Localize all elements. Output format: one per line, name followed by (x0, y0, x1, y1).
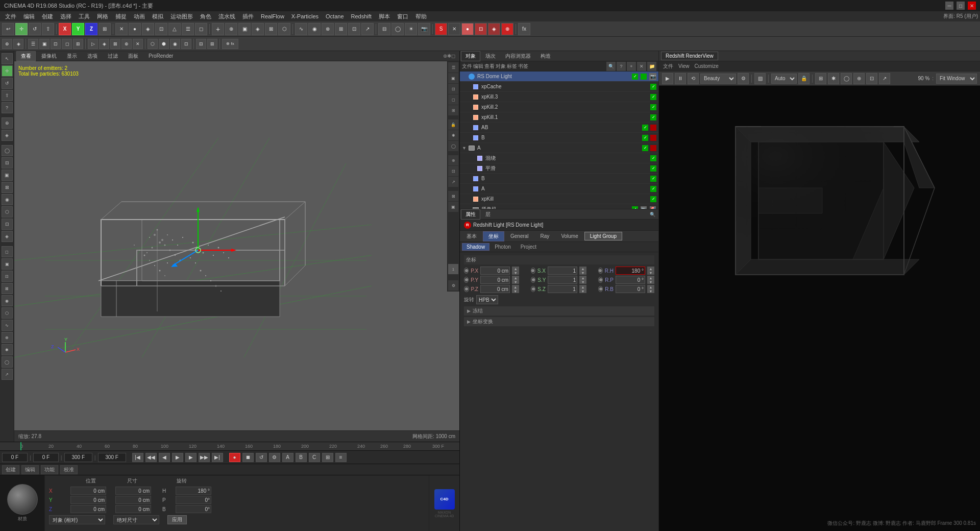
rv-crop-btn[interactable]: ▧ (754, 73, 766, 84)
xpcache-vis[interactable]: ✓ (650, 84, 656, 90)
from-frame-input[interactable] (33, 453, 59, 462)
vp-rt-8[interactable]: ◯ (448, 141, 458, 151)
tb-y[interactable]: Y (72, 23, 84, 35)
pst-project[interactable]: Project (516, 243, 541, 251)
xpkill3-vis[interactable]: ✓ (650, 94, 656, 100)
cam-icon2[interactable]: 🎯 (650, 206, 656, 209)
vp-rt-12[interactable]: ⊠ (448, 191, 458, 201)
scene-item-rs-dome-light[interactable]: RS Dome Light ✓ 📷 (460, 71, 658, 82)
tc-btn-b[interactable]: B (296, 453, 307, 462)
tb2-view3[interactable]: ⊡ (51, 39, 61, 49)
pst-shadow[interactable]: Shadow (462, 243, 489, 251)
tb-btn2[interactable]: ● (129, 23, 141, 35)
rs-dome-tag[interactable] (641, 74, 647, 80)
tb-inst[interactable]: ⊕ (225, 23, 237, 35)
scene-obj-menu[interactable]: 对象 (496, 63, 506, 70)
tb-sky[interactable]: ◯ (391, 23, 404, 35)
px-input[interactable] (480, 267, 510, 275)
menu-window[interactable]: 窗口 (394, 12, 411, 21)
tb2-t3[interactable]: ⊠ (110, 39, 120, 49)
prev-1frame-button[interactable]: ◀ (159, 453, 170, 462)
tb-cam2[interactable]: 📷 (418, 23, 430, 35)
vp-rt-10[interactable]: ⊡ (448, 166, 458, 176)
tb-rs6[interactable]: ⊕ (501, 23, 513, 35)
minimize-button[interactable]: ─ (945, 2, 953, 10)
rh-up[interactable]: ▲ (647, 267, 654, 271)
current-frame-input[interactable] (2, 453, 28, 462)
rp-radio[interactable] (598, 277, 603, 283)
sy-input[interactable] (548, 276, 577, 284)
vp-rt-15[interactable]: ⚙ (448, 280, 458, 291)
loop-button[interactable]: ↺ (256, 453, 267, 462)
scene-help-icon[interactable]: ? (617, 62, 626, 71)
lt-z4[interactable]: ⊠ (2, 283, 13, 294)
ptb-basic[interactable]: 基本 (461, 231, 482, 242)
tb-rs1[interactable]: S (435, 23, 447, 35)
scene-item-b[interactable]: B ✓ (460, 133, 658, 143)
pz-down[interactable]: ▼ (512, 289, 519, 293)
scene-item-xpkill2[interactable]: xpKill.2 ✓ (460, 102, 658, 112)
preview-end-input[interactable] (98, 453, 126, 462)
go-start-button[interactable]: |◀ (132, 453, 143, 462)
camera-vis[interactable]: ✓ (632, 206, 638, 209)
rh-radio[interactable] (598, 268, 603, 274)
lt-z9[interactable]: ✱ (2, 344, 13, 355)
vp-rt-2[interactable]: ▣ (448, 73, 458, 83)
b2-vis[interactable]: ✓ (650, 176, 656, 182)
om-create[interactable]: 创建 (2, 465, 19, 474)
scene-item-xpkill[interactable]: xpKill ✓ (460, 194, 658, 204)
rh-input[interactable] (616, 267, 645, 275)
tc-btn-c[interactable]: C (309, 453, 320, 462)
tb2-f2[interactable]: ⊞ (207, 39, 217, 49)
sz-radio[interactable] (531, 286, 536, 292)
rp-up[interactable]: ▲ (647, 276, 654, 280)
rh-down[interactable]: ▼ (647, 271, 654, 275)
lt-z2[interactable]: ▣ (2, 258, 13, 270)
render-viewport[interactable]: 微信公众号: 野鹿志 微博: 野鹿志 作者: 马鹿野郎 Frame 300 0.… (659, 86, 980, 531)
sz-input[interactable] (548, 285, 577, 293)
scene-item-ab[interactable]: AB ✓ (460, 123, 658, 133)
coord-mode-select[interactable]: 对象 (相对) (49, 515, 105, 524)
vp-rt-14[interactable]: 1 (448, 264, 458, 274)
tb-coord[interactable]: ⊞ (99, 23, 111, 35)
rp-input[interactable] (616, 276, 645, 284)
rs-dome-btn[interactable]: 📷 (649, 73, 656, 80)
sz-up[interactable]: ▲ (579, 285, 586, 289)
lt-z10[interactable]: ◯ (2, 356, 13, 368)
settings-button[interactable]: ⚙ (269, 453, 280, 462)
pz-radio[interactable] (464, 286, 469, 292)
tb2-t1[interactable]: ▷ (88, 39, 98, 49)
vtab-filter[interactable]: 过滤 (103, 51, 122, 61)
lt-scale[interactable]: ⇧ (2, 90, 13, 101)
lt-sculpt[interactable]: ⊠ (2, 182, 13, 193)
vp-rt-11[interactable]: ↗ (448, 177, 458, 187)
py-down[interactable]: ▼ (512, 280, 519, 284)
menu-char[interactable]: 角色 (197, 12, 214, 21)
maximize-button[interactable]: □ (957, 2, 965, 10)
scene-del-icon[interactable]: ✕ (637, 62, 646, 71)
om-function[interactable]: 功能 (41, 465, 58, 474)
sy-down[interactable]: ▼ (579, 280, 586, 284)
rv-plus-btn[interactable]: ⊕ (853, 73, 865, 84)
vp-rt-1[interactable]: ☰ (448, 62, 458, 73)
rv-lock-btn[interactable]: 🔒 (798, 73, 810, 84)
menu-help[interactable]: 帮助 (412, 12, 430, 21)
tb-z[interactable]: Z (85, 23, 97, 35)
om-edit[interactable]: 编辑 (21, 465, 39, 474)
menu-pipeline[interactable]: 流水线 (215, 12, 238, 21)
scene-bm-menu[interactable]: 书签 (518, 63, 528, 70)
menu-file[interactable]: 文件 (2, 12, 19, 21)
sx-radio[interactable] (531, 268, 535, 274)
menu-mesh[interactable]: 网格 (94, 12, 111, 21)
ptab-attr[interactable]: 属性 (461, 209, 480, 220)
scene-search-icon[interactable]: 🔍 (606, 62, 616, 71)
tb-rs2[interactable]: ✕ (448, 23, 460, 35)
viewport-canvas[interactable]: Number of emitters: 2 Total live particl… (14, 61, 459, 430)
xpkill1-vis[interactable]: ✓ (650, 114, 656, 120)
x-pos-input[interactable] (70, 487, 106, 495)
prev-frame-button[interactable]: ◀◀ (145, 453, 157, 462)
menu-edit[interactable]: 编辑 (20, 12, 38, 21)
tb2-t5[interactable]: ✕ (133, 39, 143, 49)
vtab-prorender[interactable]: ProRender (144, 52, 178, 60)
tb2-p1[interactable]: ⊕ fx (222, 39, 238, 49)
